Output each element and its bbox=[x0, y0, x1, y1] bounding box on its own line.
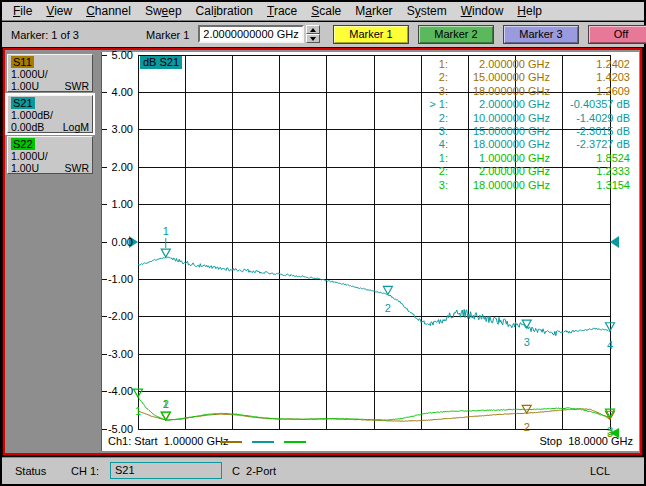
menu-system[interactable]: System bbox=[400, 3, 454, 19]
readout-frequency: 15.000000 GHz bbox=[448, 125, 550, 138]
readout-frequency: 18.000000 GHz bbox=[448, 85, 550, 98]
reference-level-icon-right bbox=[610, 236, 619, 248]
marker-input-label: Marker 1 bbox=[146, 29, 189, 41]
marker-readout-row: 4:18.000000 GHz-2.3727 dB bbox=[412, 138, 630, 151]
measurement-field[interactable]: S21 bbox=[110, 462, 222, 479]
marker-s22-2: 2 bbox=[161, 398, 170, 420]
marker-frequency-stepper bbox=[306, 25, 320, 43]
menu-scale[interactable]: Scale bbox=[304, 3, 348, 19]
marker-status-text: Marker: 1 of 3 bbox=[11, 29, 79, 41]
menu-sweep[interactable]: Sweep bbox=[138, 3, 189, 19]
marker-number-label: 2 bbox=[163, 398, 169, 410]
y-axis-tick: -2.00 bbox=[102, 310, 133, 323]
marker-frequency-input[interactable] bbox=[198, 25, 304, 43]
legend-line-segment bbox=[284, 441, 306, 443]
y-axis-tick: -4.00 bbox=[102, 385, 133, 398]
readout-marker-index: 2: bbox=[412, 71, 448, 84]
menu-trace[interactable]: Trace bbox=[260, 3, 304, 19]
readout-marker-index: 4: bbox=[412, 138, 448, 151]
menu-file[interactable]: File bbox=[6, 3, 39, 19]
readout-value: 1.2609 bbox=[550, 85, 630, 98]
readout-frequency: 18.000000 GHz bbox=[448, 179, 550, 192]
menu-channel[interactable]: Channel bbox=[79, 3, 138, 19]
readout-value: 1.8524 bbox=[550, 152, 630, 165]
readout-marker-index: 1: bbox=[412, 58, 448, 71]
menu-window[interactable]: Window bbox=[454, 3, 511, 19]
stepper-up-button[interactable] bbox=[306, 25, 320, 34]
marker-number-label: 2 bbox=[524, 421, 530, 433]
trace-name-chip: S21 bbox=[11, 97, 35, 109]
trace-format-text: SWR bbox=[65, 162, 90, 174]
menu-marker[interactable]: Marker bbox=[348, 3, 399, 19]
readout-marker-index: 3: bbox=[412, 125, 448, 138]
readout-marker-index: > 1: bbox=[412, 98, 448, 111]
button-off[interactable]: Off bbox=[588, 25, 646, 44]
local-mode-indicator: LCL bbox=[590, 465, 610, 477]
trace-sidebar: S111.000U/1.00USWRS211.000dB/0.00dBLogMS… bbox=[7, 52, 97, 451]
trace-scale-text: 1.000U/ bbox=[11, 150, 89, 162]
readout-marker-index: 2: bbox=[412, 165, 448, 178]
marker-number-label: 4 bbox=[607, 339, 613, 351]
button-marker-1[interactable]: Marker 1 bbox=[333, 25, 409, 44]
readout-marker-index: 3: bbox=[412, 179, 448, 192]
marker-s21-1: 1 bbox=[161, 225, 170, 257]
marker-readout-table: 1:2.000000 GHz1.24022:15.000000 GHz1.420… bbox=[412, 58, 630, 192]
y-axis-tick: 2.00 bbox=[102, 161, 133, 174]
menu-view[interactable]: View bbox=[39, 3, 79, 19]
trace-scale-text: 1.000dB/ bbox=[11, 109, 89, 121]
marker-readout-row: 1:2.000000 GHz1.2402 bbox=[412, 58, 630, 71]
sweep-stop-label: Stop 18.0000 GHz bbox=[539, 435, 633, 447]
readout-frequency: 2.000000 GHz bbox=[448, 98, 550, 111]
marker-number-label: 1 bbox=[163, 225, 169, 237]
trace-button-s11[interactable]: S111.000U/1.00USWR bbox=[7, 54, 93, 92]
menubar: FileViewChannelSweepCalibrationTraceScal… bbox=[2, 2, 644, 21]
marker-readout-row: > 1:2.000000 GHz-0.40357 dB bbox=[412, 98, 630, 111]
button-marker-3[interactable]: Marker 3 bbox=[503, 25, 579, 44]
trace-button-s21[interactable]: S211.000dB/0.00dBLogM bbox=[7, 95, 93, 133]
readout-frequency: 15.000000 GHz bbox=[448, 71, 550, 84]
marker-s21-2: 2 bbox=[383, 286, 392, 314]
readout-frequency: 2.000000 GHz bbox=[448, 165, 550, 178]
marker-number-label: 1 bbox=[135, 405, 141, 417]
readout-frequency: 1.000000 GHz bbox=[448, 152, 550, 165]
marker-toolbar: Marker: 1 of 3 Marker 1 Marker 1Marker 2… bbox=[2, 22, 644, 47]
trace-scale-text: 1.000U/ bbox=[11, 68, 89, 80]
readout-marker-index: 3: bbox=[412, 85, 448, 98]
menu-calibration[interactable]: Calibration bbox=[189, 3, 260, 19]
status-label: Status bbox=[15, 465, 46, 477]
calibration-status: C 2-Port bbox=[232, 465, 276, 477]
button-marker-2[interactable]: Marker 2 bbox=[418, 25, 494, 44]
marker-readout-row: 3:15.000000 GHz-2.3015 dB bbox=[412, 125, 630, 138]
readout-value: -2.3727 dB bbox=[550, 138, 630, 151]
marker-number-label: 2 bbox=[385, 302, 391, 314]
trace-ref-text: 1.00USWR bbox=[11, 80, 89, 92]
y-axis-tick: -3.00 bbox=[102, 348, 133, 361]
readout-value: 1.4203 bbox=[550, 71, 630, 84]
trace-button-s22[interactable]: S221.000U/1.00USWR bbox=[7, 136, 93, 174]
marker-readout-row: 1:1.000000 GHz1.8524 bbox=[412, 152, 630, 165]
readout-value: 1.2402 bbox=[550, 58, 630, 71]
trace-format-text: LogM bbox=[63, 121, 89, 133]
y-axis-tick: 5.00 bbox=[102, 49, 133, 62]
menu-help[interactable]: Help bbox=[510, 3, 549, 19]
stepper-down-button[interactable] bbox=[306, 34, 320, 43]
marker-readout-row: 3:18.000000 GHz1.2609 bbox=[412, 85, 630, 98]
trace-ref-text: 1.00USWR bbox=[11, 162, 89, 174]
readout-value: -0.40357 dB bbox=[550, 98, 630, 111]
plot-window[interactable]: 1234123123 5.004.003.002.001.000.00-1.00… bbox=[101, 52, 639, 451]
down-arrow-icon bbox=[310, 37, 316, 41]
readout-value: -2.3015 dB bbox=[550, 125, 630, 138]
marker-triangle-icon bbox=[161, 249, 170, 257]
vna-application-window: FileViewChannelSweepCalibrationTraceScal… bbox=[0, 0, 646, 486]
trace-ref-text: 0.00dBLogM bbox=[11, 121, 89, 133]
channel-label: CH 1: bbox=[71, 465, 99, 477]
y-axis-tick: 3.00 bbox=[102, 123, 133, 136]
readout-marker-index: 1: bbox=[412, 152, 448, 165]
readout-frequency: 18.000000 GHz bbox=[448, 138, 550, 151]
legend-line-segment bbox=[252, 441, 274, 443]
readout-value: -1.4029 dB bbox=[550, 112, 630, 125]
sweep-start-label: Ch1: Start 1.00000 GHz bbox=[108, 435, 228, 447]
y-axis-tick: -1.00 bbox=[102, 273, 133, 286]
marker-number-label: 3 bbox=[524, 336, 530, 348]
trace-format-text: SWR bbox=[65, 80, 90, 92]
